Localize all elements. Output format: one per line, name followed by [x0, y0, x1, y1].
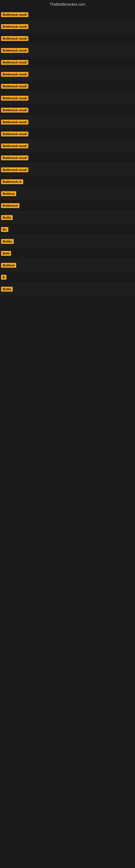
list-item[interactable]: Bo [0, 223, 135, 236]
list-item[interactable]: Bottleneck result [0, 80, 135, 92]
results-list: Bottleneck resultBottleneck resultBottle… [0, 9, 135, 295]
list-item[interactable]: Bottleneck result [0, 68, 135, 80]
bottleneck-result-badge[interactable]: Bottlene [1, 191, 16, 196]
list-item[interactable]: Bottleneck re [0, 176, 135, 188]
list-item[interactable]: Bottl [0, 247, 135, 259]
bottleneck-result-badge[interactable]: Bottlene [1, 263, 16, 268]
list-item[interactable]: Bottlene [0, 188, 135, 199]
bottleneck-result-badge[interactable]: Bottleneck result [1, 48, 28, 53]
list-item[interactable]: Bottleneck result [0, 33, 135, 44]
list-item[interactable]: Bottleneck result [0, 9, 135, 21]
bottleneck-result-badge[interactable]: Bottl [1, 251, 11, 256]
bottleneck-result-badge[interactable]: Bottle [1, 287, 13, 291]
bottleneck-result-badge[interactable]: Bottleneck re [1, 179, 23, 184]
bottleneck-result-badge[interactable]: Bottleneck result [1, 84, 28, 89]
bottleneck-result-badge[interactable]: Bottleneck result [1, 120, 28, 124]
bottleneck-result-badge[interactable]: Bottleneck result [1, 167, 28, 172]
bottleneck-result-badge[interactable]: Bottleneck result [1, 155, 28, 160]
list-item[interactable]: Bottleneck result [0, 164, 135, 176]
list-item[interactable]: Bottleneck result [0, 56, 135, 68]
bottleneck-result-badge[interactable]: Bottleneck result [1, 72, 28, 77]
list-item[interactable]: Bottleneck result [0, 152, 135, 164]
bottleneck-result-badge[interactable]: Bottleneck result [1, 36, 28, 41]
bottleneck-result-badge[interactable]: Bottleneck result [1, 131, 28, 136]
bottleneck-result-badge[interactable]: Bottleneck result [1, 60, 28, 65]
list-item[interactable]: B [0, 271, 135, 283]
list-item[interactable]: Bottleneck result [0, 116, 135, 128]
list-item[interactable]: Bottle [0, 283, 135, 295]
bottleneck-result-badge[interactable]: Bottler [1, 239, 14, 244]
list-item[interactable]: Bottleneck result [0, 104, 135, 116]
list-item[interactable]: Bottlene [0, 259, 135, 271]
list-item[interactable]: Bottleneck result [0, 140, 135, 152]
list-item[interactable]: Bottle [0, 212, 135, 223]
bottleneck-result-badge[interactable]: Bottleneck result [1, 144, 28, 148]
list-item[interactable]: Bottleneck [0, 199, 135, 212]
list-item[interactable]: Bottler [0, 236, 135, 247]
bottleneck-result-badge[interactable]: Bottleneck [1, 203, 19, 208]
bottleneck-result-badge[interactable]: B [1, 275, 6, 280]
list-item[interactable]: Bottleneck result [0, 44, 135, 56]
site-title-text: TheBottlenecker.com [50, 2, 85, 6]
list-item[interactable]: Bottleneck result [0, 21, 135, 33]
bottleneck-result-badge[interactable]: Bo [1, 227, 8, 232]
site-title: TheBottlenecker.com [0, 0, 135, 9]
bottleneck-result-badge[interactable]: Bottle [1, 215, 13, 220]
bottleneck-result-badge[interactable]: Bottleneck result [1, 96, 28, 101]
bottleneck-result-badge[interactable]: Bottleneck result [1, 24, 28, 29]
list-item[interactable]: Bottleneck result [0, 92, 135, 104]
bottleneck-result-badge[interactable]: Bottleneck result [1, 12, 28, 17]
bottleneck-result-badge[interactable]: Bottleneck result [1, 108, 28, 113]
list-item[interactable]: Bottleneck result [0, 128, 135, 140]
